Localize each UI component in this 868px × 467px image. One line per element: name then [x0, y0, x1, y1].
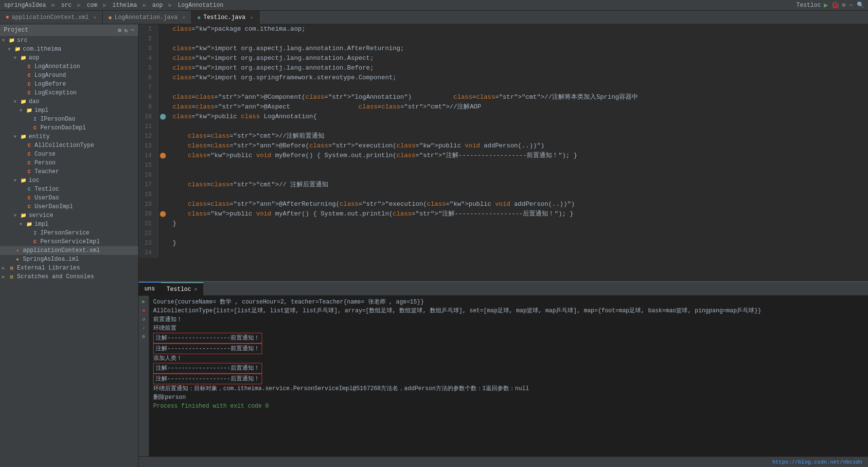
tree-item-springasidea-iml[interactable]: ◈ SpringAsIdea.iml — [0, 255, 138, 264]
line-content[interactable] — [168, 170, 173, 180]
tree-item-logannotation[interactable]: C LogAnnotation — [0, 62, 138, 71]
tree-item-logaround[interactable]: C LogAround — [0, 71, 138, 80]
tree-icon-external: ▤ — [8, 273, 16, 280]
console-tab-close[interactable]: ✕ — [194, 286, 197, 293]
sidebar-sync-icon[interactable]: ↻ — [124, 27, 128, 34]
line-content[interactable] — [168, 190, 173, 199]
console-tab-runs[interactable]: uns — [139, 282, 161, 296]
top-bar-itheima[interactable]: itheima — [112, 2, 137, 9]
tab-close-logannotation[interactable]: ✕ — [182, 15, 185, 20]
line-content[interactable] — [168, 229, 173, 238]
tree-item-userdaoimpl[interactable]: C UserDaoImpl — [0, 202, 138, 211]
tree-item-aop[interactable]: ▼ 📁 aop — [0, 54, 138, 62]
tree-item-personserviceimpl[interactable]: C PersonServiceImpl — [0, 237, 138, 246]
code-line-2: 2 — [139, 34, 868, 44]
empty-marker — [158, 219, 168, 229]
tree-item-course[interactable]: C Course — [0, 150, 138, 159]
tree-item-dao[interactable]: ▼ 📁 dao — [0, 97, 138, 106]
top-bar-com[interactable]: com — [87, 2, 98, 9]
tree-item-logexception[interactable]: C LogException — [0, 89, 138, 97]
line-content[interactable]: } — [168, 219, 177, 229]
console-line-0: Course{courseName= 数学 , courseHour=2, te… — [153, 298, 864, 306]
tree-item-testloc[interactable]: C Testloc — [0, 185, 138, 194]
line-content[interactable]: class="kw">import org.aspectj.lang.annot… — [168, 63, 373, 73]
debug-button[interactable]: 🐞 — [831, 1, 839, 9]
line-content[interactable]: class=class="str">"ann">@Component(class… — [168, 92, 638, 102]
line-content[interactable]: class="kw">public class LogAnnotation{ — [168, 112, 317, 122]
tree-item-allcollectiontype[interactable]: C AllCollectionType — [0, 141, 138, 150]
run-button[interactable]: ▶ — [824, 1, 828, 9]
tab-applicationcontext[interactable]: ■ applicationContext.xml ✕ — [0, 11, 103, 24]
top-bar: springAsIdea ▶ src ▶ com ▶ itheima ▶ aop… — [0, 0, 868, 11]
search-icon[interactable]: 🔍 — [857, 1, 864, 9]
top-bar-project[interactable]: springAsIdea — [4, 2, 46, 9]
line-content[interactable]: class="kw">import org.springframework.st… — [168, 73, 396, 83]
top-buttons: Testloc ▶ 🐞 ⚙ — 🔍 — [797, 1, 864, 9]
tree-item-logbefore[interactable]: C LogBefore — [0, 80, 138, 89]
line-content[interactable]: class="kw">import org.aspectj.lang.annot… — [168, 54, 373, 63]
sidebar-gear-icon[interactable]: ⚙ — [118, 27, 121, 34]
line-content[interactable]: class=class="str">"ann">@AfterReturning(… — [168, 199, 579, 209]
tree-item-persondaoimpl[interactable]: C PersonDaoImpl — [0, 124, 138, 132]
console-red-box-text: 注解------------------后置通知！ — [153, 374, 262, 384]
tree-item-impl[interactable]: ▼ 📁 impl — [0, 106, 138, 115]
tab-logannotation[interactable]: ◉ LogAnnotation.java ✕ — [103, 11, 192, 24]
tab-close-testloc[interactable]: ✕ — [250, 15, 253, 20]
tree-item-impl[interactable]: ▼ 📁 impl — [0, 220, 138, 229]
line-content[interactable]: class="kw">public void myAfter() { Syste… — [168, 209, 573, 219]
console-line-8: 注解------------------后置通知！ — [153, 374, 864, 384]
tree-item-applicationcontext-xml[interactable]: ✦ applicationContext.xml — [0, 246, 138, 255]
line-content[interactable] — [168, 122, 173, 131]
console-tab-testloc[interactable]: Testloc ✕ — [161, 282, 204, 296]
sidebar-minus-icon[interactable]: — — [131, 27, 134, 34]
line-content[interactable]: class="kw">import org.aspectj.lang.annot… — [168, 44, 404, 54]
settings-icon[interactable]: ⚙ — [842, 1, 846, 9]
tree-item-ioc[interactable]: ▼ 📁 ioc — [0, 176, 138, 185]
line-content[interactable]: class=class="str">"cmt">//注解前置通知 — [168, 131, 324, 141]
breakpoint-marker[interactable] — [158, 209, 168, 219]
line-content[interactable]: class="kw">package com.itheima.aop; — [168, 24, 305, 34]
code-line-13: 13 class=class="str">"ann">@Before(class… — [139, 141, 868, 151]
tree-item-person[interactable]: C Person — [0, 159, 138, 167]
tree-item-com-itheima[interactable]: ▼ 📁 com.itheima — [0, 45, 138, 54]
tree-item-teacher[interactable]: C Teacher — [0, 167, 138, 176]
tree-item-userdao[interactable]: C UserDao — [0, 194, 138, 202]
console-settings-btn[interactable]: ⚙ — [140, 333, 148, 341]
console-scroll-btn[interactable]: ↓ — [140, 324, 148, 332]
console-run-btn[interactable]: ▶ — [140, 298, 148, 305]
status-url[interactable]: https://blog.csdn.net/nbcsdn — [772, 459, 862, 465]
top-bar-class[interactable]: LogAnnotation — [178, 2, 224, 9]
line-content[interactable] — [168, 83, 173, 92]
line-content[interactable] — [168, 161, 173, 170]
breakpoint-marker[interactable] — [158, 151, 168, 161]
tree-item-external-libraries[interactable]: ▶ ▤ External Libraries — [0, 264, 138, 272]
line-content[interactable]: } — [168, 238, 177, 248]
tree-item-ipersonservice[interactable]: I IPersonService — [0, 229, 138, 237]
line-content[interactable]: class=class="str">"cmt">// 注解后置通知 — [168, 180, 328, 190]
top-bar-aop[interactable]: aop — [152, 2, 163, 9]
top-bar-src[interactable]: src — [61, 2, 72, 9]
tab-label-logannotation: LogAnnotation.java — [115, 14, 178, 21]
line-content[interactable]: class=class="str">"ann">@Before(class="s… — [168, 141, 548, 151]
console-line-3: 环绕前置 — [153, 324, 864, 333]
tree-item-entity[interactable]: ▼ 📁 entity — [0, 132, 138, 141]
line-content[interactable]: class="kw">public void myBefore() { Syst… — [168, 151, 577, 161]
line-number: 15 — [139, 161, 158, 170]
line-content[interactable] — [168, 34, 173, 44]
line-content[interactable] — [168, 248, 173, 258]
tree-item-src[interactable]: ▼ 📁 src — [0, 36, 138, 45]
console-line-6: 添加人类！ — [153, 354, 864, 363]
line-content[interactable]: class=class="str">"ann">@Aspect class=cl… — [168, 102, 481, 112]
console-content[interactable]: Course{courseName= 数学 , courseHour=2, te… — [149, 296, 868, 456]
console-stop-btn[interactable]: ■ — [140, 306, 148, 314]
tree-item-scratches-and-consoles[interactable]: ▶ ▤ Scratches and Consoles — [0, 272, 138, 281]
run-marker[interactable] — [158, 112, 168, 122]
console-rerun-btn[interactable]: ↺ — [140, 315, 148, 323]
empty-marker — [158, 248, 168, 258]
minimize-icon[interactable]: — — [850, 2, 853, 9]
tree-item-service[interactable]: ▼ 📁 service — [0, 211, 138, 220]
tab-testloc[interactable]: ◉ Testloc.java ✕ — [192, 11, 259, 24]
tree-item-ipersondao[interactable]: I IPersonDao — [0, 115, 138, 124]
code-editor[interactable]: 1 class="kw">package com.itheima.aop; 2 … — [139, 24, 868, 281]
tab-close-applicationcontext[interactable]: ✕ — [93, 15, 96, 20]
